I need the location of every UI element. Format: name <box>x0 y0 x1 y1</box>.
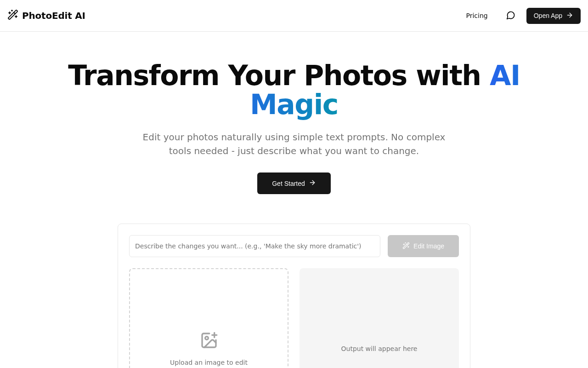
header: PhotoEdit AI Pricing Open App <box>0 0 588 32</box>
arrow-right-icon <box>309 179 316 188</box>
wand-sparkles-icon <box>7 9 18 22</box>
editor-card: Edit Image Upload an image to edit Outpu… <box>118 224 470 368</box>
message-circle-icon <box>506 11 515 21</box>
prompt-input[interactable] <box>129 235 380 257</box>
prompt-row: Edit Image <box>129 235 459 257</box>
main-content: Transform Your Photos with AI Magic Edit… <box>29 32 559 368</box>
hero-title: Transform Your Photos with AI Magic <box>37 61 551 119</box>
arrow-right-icon <box>566 12 573 20</box>
get-started-button[interactable]: Get Started <box>257 172 331 194</box>
editor-panels: Upload an image to edit Output will appe… <box>129 268 459 368</box>
brand-text: PhotoEdit AI <box>22 10 85 21</box>
svg-point-0 <box>205 337 208 340</box>
open-app-label: Open App <box>534 12 562 19</box>
hero-section: Transform Your Photos with AI Magic Edit… <box>37 61 551 194</box>
wand-sparkles-icon <box>402 242 410 251</box>
open-app-button[interactable]: Open App <box>526 8 581 24</box>
edit-image-button[interactable]: Edit Image <box>388 235 459 257</box>
header-nav: Pricing Open App <box>459 7 581 24</box>
hero-title-prefix: Transform Your Photos with <box>68 59 490 92</box>
get-started-label: Get Started <box>272 180 305 187</box>
output-placeholder-text: Output will appear here <box>341 345 418 352</box>
upload-prompt-text: Upload an image to edit <box>170 359 248 366</box>
logo-group: PhotoEdit AI <box>7 9 85 22</box>
output-panel: Output will appear here <box>300 268 459 368</box>
edit-image-label: Edit Image <box>413 242 444 250</box>
pricing-link[interactable]: Pricing <box>459 8 495 23</box>
image-plus-icon <box>200 331 218 351</box>
hero-cta-row: Get Started <box>37 172 551 194</box>
hero-subtitle: Edit your photos naturally using simple … <box>140 130 448 158</box>
chat-button[interactable] <box>503 7 519 24</box>
upload-panel[interactable]: Upload an image to edit <box>129 268 288 368</box>
